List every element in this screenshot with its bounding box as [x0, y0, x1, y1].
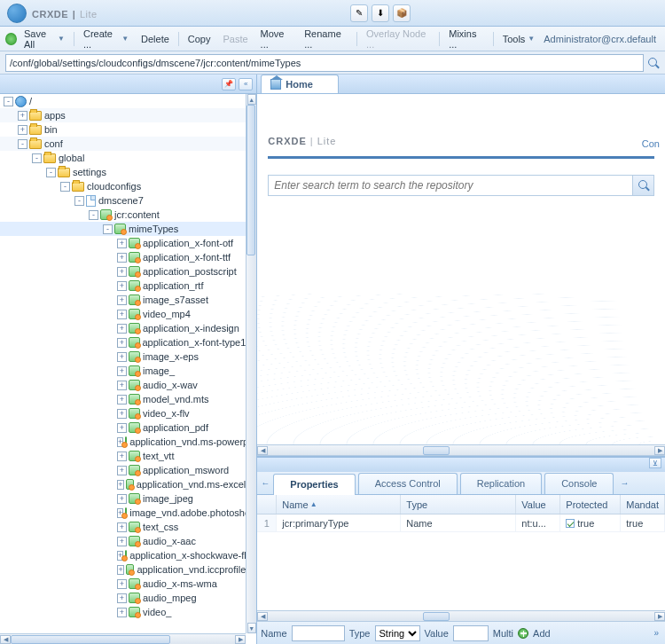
expand-icon[interactable]: +	[117, 295, 127, 305]
tab-console[interactable]: Console	[544, 473, 614, 494]
tree-node[interactable]: +image_vnd.adobe.photoshop	[0, 506, 246, 520]
tab-replication[interactable]: Replication	[460, 473, 542, 494]
save-all-button[interactable]: Save All▼	[19, 26, 70, 52]
tree-collapse-icon[interactable]: «	[239, 78, 253, 90]
expand-icon[interactable]: +	[117, 565, 124, 575]
property-type-select[interactable]: String	[375, 625, 420, 641]
tree-node[interactable]: +audio_x-aac	[0, 534, 246, 548]
tab-home[interactable]: Home	[261, 75, 339, 93]
tree-node[interactable]: +application_vnd.iccprofile	[0, 562, 246, 577]
tree-node[interactable]: +apps	[0, 108, 246, 122]
delete-button[interactable]: Delete	[136, 31, 175, 47]
tree-node[interactable]: +audio_x-ms-wma	[0, 577, 246, 591]
multi-button[interactable]: Multi	[493, 628, 513, 639]
tree-node[interactable]: -conf	[0, 137, 246, 151]
expand-icon[interactable]: +	[18, 111, 27, 121]
col-protected[interactable]: Protected	[560, 495, 621, 514]
tree-node[interactable]: +video_mp4	[0, 307, 246, 321]
expand-icon[interactable]: +	[117, 466, 127, 475]
tools-button[interactable]: Tools▼	[497, 31, 541, 47]
mixins-button[interactable]: Mixins ...	[443, 26, 489, 52]
header-tool-2[interactable]: ⬇	[372, 4, 389, 22]
expand-icon[interactable]: +	[117, 366, 127, 376]
tree-node[interactable]: +image_jpeg	[0, 491, 246, 506]
expand-icon[interactable]: -	[4, 97, 13, 106]
property-name-input[interactable]	[292, 625, 345, 641]
tree-node[interactable]: -cloudconfigs	[0, 179, 246, 193]
tree-node[interactable]: +application_x-indesign	[0, 321, 246, 335]
expand-icon[interactable]: +	[18, 125, 27, 135]
expand-icon[interactable]: +	[117, 593, 127, 603]
tree-node[interactable]: +application_msword	[0, 463, 246, 477]
tree-node[interactable]: +application_vnd.ms-excel	[0, 477, 246, 491]
move-button[interactable]: Move ...	[255, 26, 298, 52]
header-tool-3[interactable]: 📦	[393, 4, 411, 22]
tree-node[interactable]: +application_rtf	[0, 279, 246, 293]
tree-node[interactable]: +application_vnd.ms-powerpoin	[0, 435, 246, 449]
rename-button[interactable]: Rename ...	[299, 26, 353, 52]
tree-node[interactable]: +audio_mpeg	[0, 591, 246, 605]
expand-icon[interactable]: +	[117, 324, 127, 334]
expand-icon[interactable]: +	[117, 494, 127, 504]
more-icon[interactable]: »	[651, 628, 661, 638]
path-input[interactable]	[5, 54, 644, 72]
expand-icon[interactable]: +	[117, 281, 127, 291]
expand-icon[interactable]: +	[117, 579, 127, 589]
tree-node[interactable]: +image_s7asset	[0, 293, 246, 307]
tree-node[interactable]: +application_pdf	[0, 420, 246, 435]
tree-node[interactable]: +image_	[0, 364, 246, 378]
tree-node[interactable]: -settings	[0, 165, 246, 179]
tree-node[interactable]: +application_x-font-otf	[0, 236, 246, 250]
path-search-icon[interactable]	[647, 57, 660, 69]
expand-icon[interactable]: +	[117, 480, 124, 490]
expand-icon[interactable]: +	[117, 409, 127, 419]
expand-icon[interactable]: +	[117, 608, 127, 617]
col-type[interactable]: Type	[401, 495, 516, 514]
tree-node[interactable]: +application_postscript	[0, 264, 246, 279]
expand-icon[interactable]: +	[117, 381, 127, 390]
expand-icon[interactable]: -	[60, 182, 70, 192]
table-row[interactable]: 1jcr:primaryTypeNament:u...truetrue	[257, 514, 665, 532]
repository-search-input[interactable]	[269, 176, 632, 195]
grid-horizontal-scrollbar[interactable]: ◀ ▶	[257, 610, 665, 621]
expand-icon[interactable]: +	[117, 537, 127, 546]
tree-node[interactable]: +audio_x-wav	[0, 378, 246, 392]
tree-vertical-scrollbar[interactable]: ▲ ▼	[246, 94, 256, 633]
create-button[interactable]: Create ...▼	[78, 26, 134, 52]
tree-node[interactable]: +bin	[0, 122, 246, 137]
tree-node[interactable]: +video_	[0, 605, 246, 619]
expand-icon[interactable]: +	[117, 338, 127, 348]
expand-icon[interactable]: -	[18, 139, 27, 149]
col-name[interactable]: Name▲	[277, 495, 401, 514]
tab-access-control[interactable]: Access Control	[358, 473, 458, 494]
expand-icon[interactable]: +	[117, 522, 127, 532]
tree-node[interactable]: -/	[0, 94, 246, 108]
tree-node[interactable]: -global	[0, 151, 246, 165]
expand-icon[interactable]: +	[117, 253, 127, 263]
tree-node[interactable]: +model_vnd.mts	[0, 392, 246, 406]
tree-node[interactable]: +video_x-flv	[0, 406, 246, 420]
expand-icon[interactable]: -	[89, 210, 98, 220]
user-label[interactable]: Administrator@crx.default	[544, 34, 660, 44]
expand-icon[interactable]: -	[103, 224, 113, 234]
tree-node[interactable]: -mimeTypes	[0, 222, 246, 236]
tab-scroll-right[interactable]: →	[616, 473, 632, 494]
expand-icon[interactable]: +	[117, 452, 127, 461]
tab-scroll-left[interactable]: ←	[257, 473, 273, 494]
expand-icon[interactable]: +	[117, 310, 127, 319]
tree-node[interactable]: -dmscene7	[0, 193, 246, 208]
expand-icon[interactable]: -	[74, 196, 84, 206]
tree-node[interactable]: +text_vtt	[0, 449, 246, 463]
col-value[interactable]: Value	[516, 495, 560, 514]
panel-collapse-icon[interactable]: ⊻	[649, 458, 661, 468]
copy-button[interactable]: Copy	[183, 31, 216, 47]
tree-pin-icon[interactable]: 📌	[222, 78, 236, 90]
tree-node[interactable]: +text_css	[0, 520, 246, 534]
tree-node[interactable]: +application_x-font-ttf	[0, 250, 246, 264]
expand-icon[interactable]: +	[117, 239, 127, 248]
expand-icon[interactable]: +	[117, 352, 127, 362]
tree-node[interactable]: -jcr:content	[0, 208, 246, 222]
tree[interactable]: -/+apps+bin-conf-global-settings-cloudco…	[0, 94, 246, 633]
tree-node[interactable]: +application_x-font-type1	[0, 335, 246, 349]
tree-node[interactable]: +application_x-shockwave-flas	[0, 548, 246, 562]
